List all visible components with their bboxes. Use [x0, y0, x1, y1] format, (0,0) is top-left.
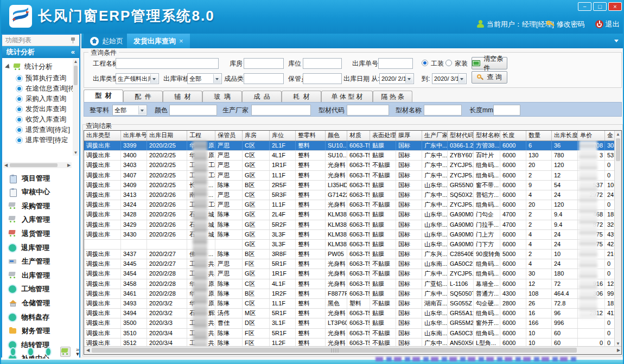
maximize-button[interactable]: □ — [593, 2, 607, 11]
pin-icon[interactable] — [71, 37, 75, 43]
tree-item[interactable]: 采购入库查询 — [16, 94, 66, 104]
table-row[interactable]: 调拨出库34242020/2/26工工程严思G区1L1F整料光身料6063-T5… — [84, 200, 621, 210]
product-type-input[interactable] — [244, 73, 284, 84]
scrollbar-grip[interactable] — [331, 348, 339, 353]
table-row[interactable]: 调拨出库34032020/2/25工工程严思G区1R1F整料光身料6063-T5… — [84, 161, 621, 170]
sidebar-module[interactable]: 入库管理 — [2, 213, 79, 227]
table-row[interactable]: 调拨出库34002020/2/25华原...严思C区4L1F整料SU10...6… — [84, 151, 621, 161]
column-header[interactable]: 出库类型 — [84, 131, 121, 141]
table-row[interactable]: 调拨出库34452020/2/27工共工程严思F区5R1F整料光身料6063-T… — [84, 259, 621, 269]
table-row[interactable]: 调拨出库34092020/2/25长...陈琳B区2R5F整料LI35HD606… — [84, 181, 621, 190]
tree-vscrollbar[interactable]: ▲ ▼ — [73, 59, 79, 156]
sidebar-module[interactable]: 退库管理 — [2, 241, 79, 254]
logout-button[interactable]: 退出 — [595, 20, 620, 29]
tab-home[interactable]: 起始页 — [84, 34, 130, 48]
tree-hscrollbar[interactable]: ◀ ▶ — [3, 162, 72, 168]
sidebar-module[interactable]: 生产管理 — [2, 255, 79, 269]
table-row[interactable]: 调拨出库34942020/3/2石辉城汤伟M区5R1F整料光身料6063-T5贴… — [84, 309, 621, 318]
column-header[interactable]: 出库单号 — [121, 131, 147, 141]
manufacturer-input[interactable] — [251, 105, 311, 116]
column-header[interactable]: 生产厂家 — [422, 131, 448, 141]
material-tab[interactable]: 玻 璃 — [202, 91, 242, 102]
column-header[interactable]: 整零料 — [296, 131, 326, 141]
sidebar-module[interactable]: 出库管理 — [2, 269, 79, 282]
date-from-picker[interactable]: 2020/ 2/16 — [379, 73, 414, 84]
search-button[interactable]: 查 询 — [472, 71, 507, 84]
profile-code-input[interactable] — [347, 105, 389, 116]
radio-jiazhuang[interactable]: 家装 — [445, 60, 468, 67]
column-header[interactable]: 工程 — [187, 131, 215, 141]
tab-list-dropdown-icon[interactable] — [614, 40, 619, 42]
material-tab[interactable]: 辅 材 — [163, 91, 202, 102]
order-no-input[interactable] — [378, 58, 413, 69]
table-row[interactable]: 调拨出库34372020/2/27佛...陈琳B区3R8F整料PW056063-… — [84, 250, 621, 259]
material-tab[interactable]: 型 材 — [84, 90, 123, 102]
more-chevron-icon[interactable]: »▾ — [76, 347, 79, 356]
sidebar-module[interactable]: 退货管理 — [2, 227, 79, 240]
column-header[interactable]: 颜色 — [326, 131, 347, 141]
radio-gongzhuang[interactable]: 工装 — [422, 60, 444, 67]
tree-item[interactable]: 退库管理[待定 — [16, 135, 68, 145]
table-row[interactable]: 调拨出库34072020/2/25工工程严思G区1L1F整料光身料6063-T5… — [84, 171, 621, 181]
column-header[interactable]: 数量 — [526, 131, 552, 141]
column-header[interactable]: 单价 — [578, 131, 605, 141]
table-row[interactable]: 调拨出库34582020/2/28华原...陈琳C区4L1F整料光身料6063-… — [84, 279, 621, 289]
sidebar-module[interactable]: 项目管理 — [2, 171, 79, 185]
column-header[interactable]: 库房 — [243, 131, 270, 141]
length-input[interactable] — [493, 105, 520, 116]
tree-item[interactable]: 在途信息查询[待 — [16, 84, 75, 94]
tree-root-stats[interactable]: 统计分析 — [5, 61, 53, 72]
table-row[interactable]: 调拨出库34292020/2/26石城陈琳G区5R2F整料KLM38176063… — [84, 220, 621, 230]
collapse-icon[interactable]: « — [71, 46, 75, 58]
zhengling-select[interactable]: 全部 — [112, 105, 147, 116]
column-header[interactable]: 表面处理 — [370, 131, 396, 141]
material-tab[interactable]: 单 体 型 材 — [321, 91, 373, 102]
stats-section-header[interactable]: 统计分析 « — [2, 46, 79, 58]
sidebar-module[interactable]: 采购管理 — [2, 199, 79, 213]
tree-expander-icon[interactable] — [5, 63, 11, 70]
change-password-button[interactable]: 修改密码 — [546, 20, 585, 29]
clear-conditions-button[interactable]: 清空条件 — [472, 57, 507, 69]
material-tab[interactable]: 配 件 — [123, 91, 163, 102]
sidebar-module[interactable]: 工地管理 — [2, 283, 79, 296]
project-name-input[interactable] — [116, 58, 219, 69]
column-header[interactable]: 出库长度 — [552, 131, 578, 141]
tree-item[interactable]: 发货出库查询 — [16, 104, 66, 114]
outbound-type-select[interactable]: 生产领料出库 — [116, 73, 159, 84]
close-button[interactable]: × — [608, 2, 622, 11]
table-vscrollbar[interactable]: ▲ ▼ — [614, 131, 621, 348]
location-input[interactable] — [303, 58, 342, 69]
tree-item[interactable]: 预算执行查询 — [16, 73, 66, 84]
audit-select[interactable]: 全部 — [187, 73, 222, 84]
tree-item[interactable]: 收货入库查询 — [16, 114, 66, 125]
sidebar-module[interactable]: 物料盘存 — [2, 310, 79, 324]
column-header[interactable]: 长度 — [500, 131, 526, 141]
sidebar-module[interactable]: 仓储管理 — [2, 296, 79, 310]
table-row[interactable]: 调拨出库33992020/2/25华原...严思C区2L1F整料SU10...6… — [84, 141, 621, 151]
quick-dot-icon[interactable] — [28, 348, 33, 355]
table-row[interactable]: 调拨出库34132020/2/26南...严思C区5R3F整料G71422606… — [84, 190, 621, 200]
tab-shipment-outbound-query[interactable]: 发货出库查询 × — [127, 34, 190, 48]
column-header[interactable]: 保管员 — [215, 131, 243, 141]
column-header[interactable]: 出库日期 — [147, 131, 187, 141]
material-tab[interactable]: 隔 热 条 — [373, 91, 412, 102]
profile-name-input[interactable] — [424, 105, 462, 116]
date-to-picker[interactable]: 2020/ 3/16 — [432, 73, 467, 84]
column-header[interactable]: 型材代码 — [448, 131, 474, 141]
material-tab[interactable]: 耗 材 — [282, 91, 321, 102]
table-hscrollbar[interactable]: ◀ ▶ — [84, 346, 622, 354]
quick-dot-icon[interactable] — [11, 348, 15, 355]
material-tab[interactable]: 成 品 — [242, 91, 282, 102]
sidebar-module[interactable]: 审核中心 — [2, 186, 79, 199]
color-input[interactable] — [169, 105, 217, 116]
cart-quick-button[interactable] — [60, 347, 71, 357]
tree-item[interactable]: 退货查询[待定] — [16, 125, 70, 135]
keeper-input[interactable] — [303, 73, 342, 84]
column-header[interactable]: 膜厚 — [396, 131, 422, 141]
table-row[interactable]: 调拨出库35102020/3/4工共工程陈琳F区5R1F整料光身料6063-T5… — [84, 329, 621, 339]
column-header[interactable]: 库位 — [270, 131, 296, 141]
table-row[interactable]: 调拨出库34282020/2/26石城陈琳G区2L4F整料KLM38176063… — [84, 210, 621, 220]
minimize-button[interactable]: − — [578, 2, 591, 11]
table-row[interactable]: 调拨出库34932020/3/2华原...陈琳C区1L1F整料黑色塑料不贴膜国标… — [84, 299, 621, 309]
table-row[interactable]: 调拨出库35002020/3/3工共工程曹佳D区3L1F整料LT3P606063… — [84, 318, 621, 328]
